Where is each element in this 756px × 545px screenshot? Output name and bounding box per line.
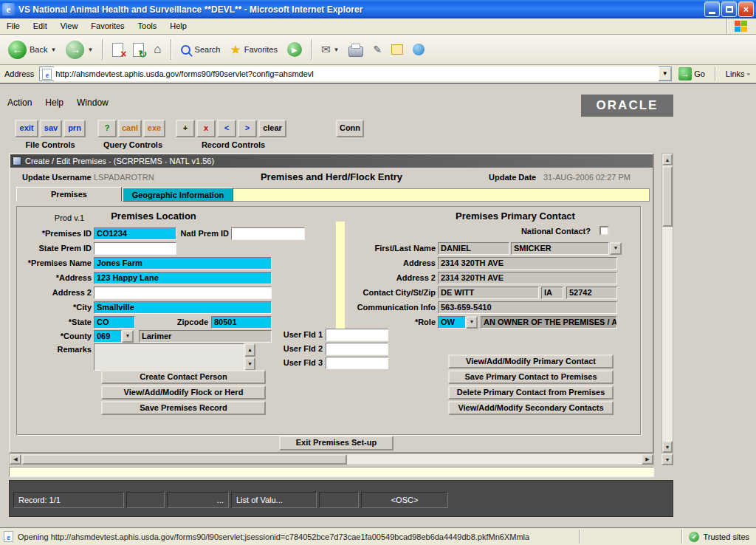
- address-field[interactable]: 123 Happy Lane: [94, 272, 272, 284]
- tab-premises[interactable]: Premises: [16, 187, 122, 202]
- premises-id-field[interactable]: CO1234: [94, 227, 176, 240]
- address-input[interactable]: [54, 66, 659, 81]
- menu-edit[interactable]: Edit: [27, 18, 54, 34]
- cancel-query-button[interactable]: canl: [118, 120, 142, 137]
- address-label: Address: [3, 69, 35, 78]
- premises-name-field[interactable]: Jones Farm: [94, 257, 272, 270]
- scroll-up-button[interactable]: ▲: [662, 154, 673, 165]
- applet-menu-window[interactable]: Window: [77, 97, 109, 108]
- address2-field[interactable]: [94, 287, 272, 299]
- print-button[interactable]: [345, 41, 367, 58]
- zipcode-field[interactable]: 80501: [211, 316, 272, 329]
- links-button[interactable]: Links »: [723, 69, 753, 78]
- search-button[interactable]: Search: [177, 44, 224, 56]
- mail-button[interactable]: ✉▼: [317, 41, 343, 58]
- enter-query-button[interactable]: ?: [97, 120, 117, 137]
- city-field[interactable]: Smallville: [94, 301, 272, 314]
- maximize-button[interactable]: [721, 1, 737, 17]
- minimize-button[interactable]: [704, 1, 720, 17]
- save-premises-record-button[interactable]: Save Premises Record: [101, 401, 266, 415]
- menu-file[interactable]: File: [0, 18, 27, 34]
- contact-state-field[interactable]: IA: [541, 287, 563, 299]
- clear-record-button[interactable]: clear: [258, 120, 286, 137]
- delete-record-button[interactable]: x: [196, 120, 216, 137]
- close-button[interactable]: ×: [738, 1, 754, 17]
- go-button[interactable]: → Go: [676, 67, 708, 80]
- execute-query-button[interactable]: exe: [143, 120, 165, 137]
- scroll-left-button[interactable]: ◀: [10, 454, 21, 465]
- user-fld3-field[interactable]: [326, 357, 388, 369]
- edit-button[interactable]: ✎: [369, 42, 385, 57]
- role-field[interactable]: OW: [438, 316, 466, 329]
- horizontal-scrollbar[interactable]: ◀ ▶: [9, 453, 654, 465]
- horizontal-scroll-thumb[interactable]: [22, 454, 347, 465]
- remarks-scroll-down-button[interactable]: ▼: [244, 357, 255, 371]
- tab-geographic-information[interactable]: Geographic Information: [123, 188, 233, 202]
- save-primary-contact-button[interactable]: Save Primary Contact to Premises: [448, 370, 614, 384]
- favorites-button[interactable]: ★ Favorites: [226, 41, 281, 59]
- update-date-value: 31-AUG-2006 02:27 PM: [543, 173, 630, 182]
- remarks-scroll-up-button[interactable]: ▲: [244, 343, 255, 357]
- county-dropdown-button[interactable]: ▼: [122, 330, 134, 343]
- home-button[interactable]: ⌂: [150, 41, 165, 58]
- view-add-modify-primary-contact-button[interactable]: View/Add/Modify Primary Contact: [448, 354, 614, 369]
- user-fld2-field[interactable]: [326, 343, 388, 355]
- state-prem-id-field[interactable]: [94, 242, 176, 255]
- discuss-button[interactable]: [388, 43, 407, 56]
- menu-tools[interactable]: Tools: [131, 18, 164, 34]
- natl-prem-id-field[interactable]: [231, 227, 305, 240]
- user-fld1-field[interactable]: [326, 329, 388, 341]
- role-dropdown-button[interactable]: ▼: [466, 316, 478, 329]
- scroll-right-button[interactable]: ▶: [642, 454, 653, 465]
- mail-chevron-icon: ▼: [334, 47, 340, 53]
- contact-name-dropdown-button[interactable]: ▼: [610, 242, 622, 255]
- premises-id-label: *Premises ID: [10, 227, 92, 239]
- exit-premises-setup-button[interactable]: Exit Premises Set-up: [279, 436, 394, 450]
- contact-address2-field[interactable]: 2314 320TH AVE: [438, 272, 617, 284]
- exit-button[interactable]: exit: [15, 120, 38, 137]
- view-add-modify-flock-button[interactable]: View/Add/Modify Flock or Herd: [101, 385, 266, 400]
- status-left: e Opening http://ahsmdevtest.aphis.usda.…: [0, 531, 579, 542]
- media-button[interactable]: ▶: [284, 41, 306, 58]
- vertical-scrollbar[interactable]: ▲ ▼: [662, 153, 673, 453]
- delete-primary-contact-button[interactable]: Delete Primary Contact from Premises: [448, 385, 614, 400]
- conn-button[interactable]: Conn: [336, 120, 364, 137]
- view-add-modify-secondary-contacts-button[interactable]: View/Add/Modify Secondary Contacts: [448, 401, 614, 415]
- add-record-button[interactable]: +: [176, 120, 195, 137]
- save-button[interactable]: sav: [40, 120, 62, 137]
- create-contact-person-button[interactable]: Create Contact Person: [101, 370, 266, 384]
- mdi-titlebar[interactable]: Create / Edit Premises - (SCRPREMS - NAT…: [10, 154, 653, 168]
- contact-first-name-field[interactable]: DANIEL: [438, 242, 509, 255]
- toolbar-separator: [171, 39, 172, 60]
- contact-last-name-field[interactable]: SMICKER: [511, 242, 609, 255]
- contact-zip-field[interactable]: 52742: [566, 287, 617, 299]
- remarks-field[interactable]: [94, 343, 244, 371]
- communication-info-field[interactable]: 563-659-5410: [438, 301, 617, 314]
- trusted-sites-icon: ✓: [689, 532, 699, 542]
- scroll-down-button[interactable]: ▼: [662, 441, 673, 453]
- address-dropdown-button[interactable]: ▼: [659, 67, 671, 80]
- national-contact-checkbox[interactable]: [599, 226, 609, 236]
- toolbar-separator: [311, 39, 312, 60]
- menu-favorites[interactable]: Favorites: [84, 18, 131, 34]
- menu-help[interactable]: Help: [163, 18, 193, 34]
- contact-address-field[interactable]: 2314 320TH AVE: [438, 257, 617, 270]
- state-field[interactable]: CO: [94, 316, 135, 329]
- county-field[interactable]: 069: [94, 330, 122, 343]
- previous-record-button[interactable]: <: [217, 120, 236, 137]
- favorites-star-icon: ★: [230, 42, 241, 58]
- print-form-button[interactable]: prn: [63, 120, 86, 137]
- next-record-button[interactable]: >: [238, 120, 257, 137]
- forward-button[interactable]: → ▼: [62, 39, 97, 61]
- back-button[interactable]: ← Back ▼: [4, 39, 60, 61]
- menu-view[interactable]: View: [54, 18, 85, 34]
- applet-menu-action[interactable]: Action: [7, 97, 32, 108]
- scroll-corner-down-button[interactable]: ▼: [662, 453, 673, 465]
- vertical-scroll-thumb[interactable]: [662, 166, 673, 227]
- stop-button[interactable]: ×: [109, 41, 127, 58]
- messenger-button[interactable]: [409, 42, 428, 57]
- applet-menu-help[interactable]: Help: [45, 97, 63, 108]
- contact-city-field[interactable]: DE WITT: [438, 287, 539, 299]
- refresh-button[interactable]: ↻: [129, 41, 148, 58]
- contact-name-label: First/Last Name: [354, 242, 436, 254]
